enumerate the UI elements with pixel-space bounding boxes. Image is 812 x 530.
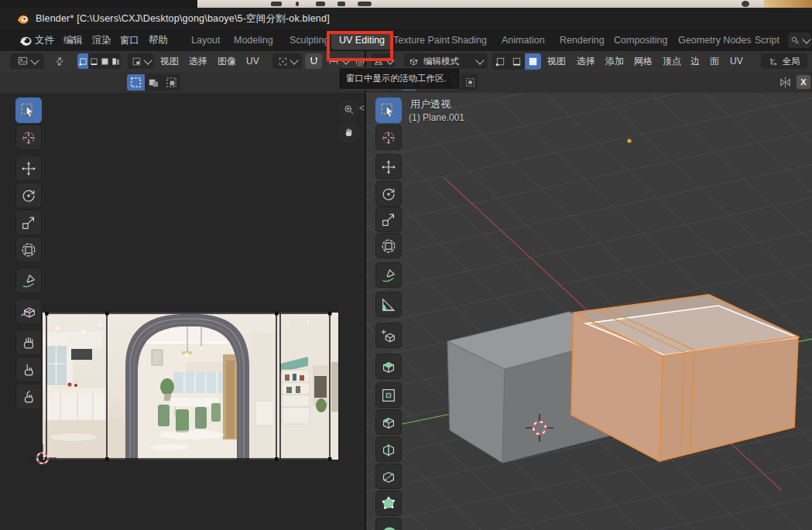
vp-menu-add[interactable]: 添加 (605, 51, 624, 71)
select-new-button[interactable] (127, 74, 145, 91)
menu-file[interactable]: 文件 (32, 29, 57, 51)
tool-move[interactable] (375, 154, 402, 180)
menu-render[interactable]: 渲染 (89, 29, 115, 51)
light-object-dot[interactable] (627, 138, 631, 142)
uv-sync-toggle[interactable] (50, 53, 70, 69)
vp-menu-vertex[interactable]: 顶点 (663, 51, 681, 71)
tab-compositing[interactable]: Compositing (614, 29, 667, 51)
tool-transform[interactable] (375, 233, 402, 258)
tool-knife[interactable] (375, 463, 402, 489)
tool-grab[interactable] (15, 330, 42, 355)
vp-menu-mesh[interactable]: 网格 (634, 51, 653, 71)
magnet-icon (309, 56, 319, 67)
select-intersect-button[interactable] (462, 74, 478, 91)
tab-sculpting[interactable]: Sculpting (290, 29, 329, 51)
uv-menu-select[interactable]: 选择 (189, 51, 207, 71)
pan-button[interactable] (338, 122, 359, 143)
tool-annotate[interactable] (375, 262, 402, 288)
vp-menu-uv[interactable]: UV (730, 51, 743, 71)
tool-scale[interactable] (15, 210, 42, 235)
select-extend-button[interactable] (145, 74, 163, 91)
chevron-down-icon (802, 35, 810, 43)
snap-with-dropdown[interactable] (324, 53, 352, 69)
tool-move[interactable] (15, 156, 42, 181)
blender-logo-icon[interactable] (19, 35, 33, 46)
tool-pinch[interactable] (15, 384, 42, 409)
menu-help[interactable]: 帮助 (146, 29, 171, 51)
uv-editor-canvas[interactable] (0, 93, 365, 530)
tab-texture-paint[interactable]: Texture Paint (393, 29, 450, 51)
editor-divider[interactable] (365, 51, 366, 530)
zoom-button[interactable] (338, 99, 359, 120)
tool-measure[interactable] (375, 292, 402, 317)
uv-select-mode-edge[interactable] (88, 53, 99, 69)
editor-type-dropdown[interactable] (372, 53, 395, 69)
viewport-editor-icon (373, 56, 384, 67)
tool-rotate[interactable] (375, 181, 402, 207)
background-icon (358, 2, 372, 6)
vp-menu-select[interactable]: 选择 (577, 51, 595, 71)
menu-window[interactable]: 窗口 (117, 29, 142, 51)
tool-rip-region[interactable] (15, 299, 42, 324)
sticky-select-icon (132, 56, 142, 67)
select-mode-vertex[interactable] (492, 53, 509, 70)
tool-transform[interactable] (15, 237, 42, 262)
snap-toggle[interactable] (305, 53, 322, 69)
tab-layout[interactable]: Layout (191, 29, 221, 51)
tab-uv-editing[interactable]: UV Editing (331, 32, 392, 50)
editor-type-dropdown[interactable] (10, 53, 44, 69)
menu-edit[interactable]: 编辑 (60, 29, 86, 51)
uv-menu-image[interactable]: 图像 (218, 51, 236, 71)
tool-rotate[interactable] (15, 183, 42, 208)
uv-editor-header: 视图 选择 图像 UV (0, 51, 365, 73)
tool-extrude-region[interactable] (375, 354, 402, 379)
uv-select-mode-vertex[interactable] (77, 53, 88, 69)
proportional-editing-icon[interactable] (355, 56, 365, 67)
tool-scale[interactable] (375, 207, 402, 232)
viewport-canvas[interactable] (366, 93, 812, 530)
uv-select-mode-face[interactable] (99, 53, 110, 69)
tool-inset-faces[interactable] (375, 382, 402, 408)
vp-menu-edge[interactable]: 边 (690, 51, 700, 71)
tool-tweak-select[interactable] (15, 97, 42, 123)
chevron-down-icon (143, 56, 152, 64)
transform-orientation-dropdown[interactable]: 全局 (761, 53, 807, 69)
pivot-point-dropdown[interactable] (272, 53, 302, 69)
tab-animation[interactable]: Animation (502, 29, 545, 51)
vp-menu-face[interactable]: 面 (710, 51, 719, 71)
tab-modeling[interactable]: Modeling (234, 29, 273, 51)
background-window-strip (0, 0, 812, 8)
tool-add-cube[interactable] (375, 323, 402, 348)
vp-menu-view[interactable]: 视图 (547, 51, 566, 71)
select-mode-face[interactable] (525, 53, 541, 70)
tool-cursor[interactable] (15, 125, 42, 150)
pivot-icon (278, 56, 288, 67)
select-mode-edge[interactable] (509, 53, 525, 70)
tool-loop-cut[interactable] (375, 436, 402, 462)
pan-hand-icon (343, 127, 355, 138)
symmetry-x-toggle[interactable]: X (797, 75, 810, 89)
tool-spin[interactable] (375, 518, 402, 530)
tab-script[interactable]: Script (755, 29, 779, 51)
select-subtract-button[interactable] (163, 74, 180, 91)
sticky-selection-dropdown[interactable] (128, 53, 154, 69)
tool-cursor[interactable] (375, 125, 402, 150)
uv-select-mode-island[interactable] (110, 53, 121, 69)
scene-selector[interactable] (788, 32, 811, 48)
snap-increment-icon (327, 56, 340, 67)
tool-poly-build[interactable] (375, 491, 402, 516)
mode-dropdown[interactable]: 编辑模式 (404, 53, 488, 69)
tool-relax[interactable] (15, 357, 42, 382)
chevron-down-icon (30, 56, 39, 64)
tab-shading[interactable]: Shading (451, 29, 487, 51)
tab-geometry-nodes[interactable]: Geometry Nodes (678, 29, 751, 51)
tool-tweak-select[interactable] (375, 97, 402, 123)
uv-editor-scene (0, 93, 365, 530)
tool-bevel[interactable] (375, 409, 402, 435)
uv-menu-uv[interactable]: UV (246, 51, 259, 71)
tool-annotate[interactable] (15, 268, 42, 293)
uv-menu-view[interactable]: 视图 (160, 51, 179, 71)
tab-rendering[interactable]: Rendering (560, 29, 605, 51)
uv-sidebar-toggle[interactable]: < (359, 103, 365, 114)
mesh-select-mode-group (492, 53, 541, 70)
